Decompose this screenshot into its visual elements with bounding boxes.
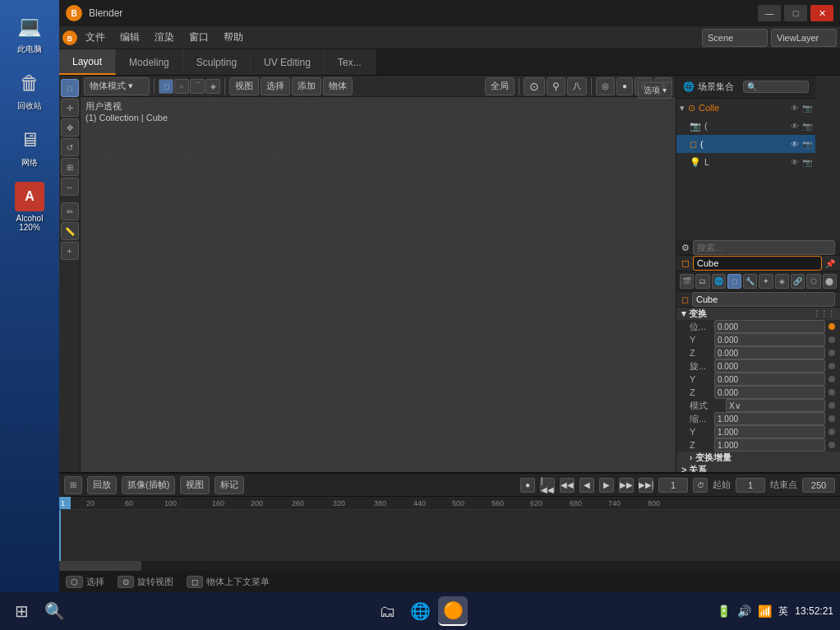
material-tab[interactable]: ⬤ [823, 274, 837, 289]
view-menu[interactable]: 视图 [229, 77, 259, 95]
taskbar-lang[interactable]: 英 [778, 605, 788, 618]
cube-render[interactable]: 📷 [802, 140, 812, 149]
scene-props-tab[interactable]: 🎬 [680, 274, 694, 289]
rot-x-input[interactable] [714, 359, 825, 373]
annotate-tool[interactable]: ✏ [61, 202, 79, 220]
rot-y-keyframe[interactable] [828, 376, 835, 382]
play-back[interactable]: ◀ [579, 478, 594, 493]
scale-x-input[interactable] [714, 412, 825, 425]
outliner-cube[interactable]: ◻ ( 👁 📷 [676, 135, 815, 153]
search-button[interactable]: 🔍 [39, 596, 69, 626]
snap-toggle[interactable]: ⚲ [547, 77, 565, 95]
mode-keyframe[interactable] [828, 402, 835, 409]
scene-vis-icon[interactable]: 👁 [791, 104, 799, 113]
cam-render[interactable]: 📷 [802, 122, 812, 131]
timeline-view-menu[interactable]: 视图 [180, 476, 210, 494]
next-frame[interactable]: ▶▶ [619, 478, 634, 493]
tab-uv-editing[interactable]: UV Editing [251, 49, 325, 75]
transform-tool[interactable]: ↔ [61, 178, 79, 196]
pos-y-keyframe[interactable] [828, 336, 835, 343]
outliner-scene-collection[interactable]: ▾ ⊙ Colle 👁 📷 [676, 99, 815, 117]
outliner-search[interactable] [743, 81, 809, 93]
rotate-tool[interactable]: ↺ [61, 138, 79, 156]
scale-tool[interactable]: ⊞ [61, 158, 79, 176]
move-tool[interactable]: ✥ [61, 118, 79, 137]
current-frame[interactable] [658, 478, 688, 493]
viewport-shading-solid[interactable]: ● [616, 77, 633, 95]
rot-y-input[interactable] [714, 373, 825, 386]
add-object-tool[interactable]: + [61, 242, 79, 260]
minimize-button[interactable]: — [758, 5, 781, 21]
scrollbar-thumb[interactable] [59, 561, 141, 571]
taskbar-files[interactable]: 🗂 [372, 596, 402, 626]
select-menu[interactable]: 选择 [261, 77, 290, 95]
select-tool[interactable]: ◻ [61, 79, 79, 97]
light-vis[interactable]: 👁 [791, 158, 799, 167]
tab-modeling[interactable]: Modeling [116, 49, 183, 75]
light-render[interactable]: 📷 [802, 158, 812, 167]
pos-x-keyframe[interactable] [828, 323, 835, 330]
proportional-edit[interactable]: ⊙ [524, 77, 545, 95]
tab-texture[interactable]: Tex... [325, 49, 376, 75]
renderlayer-tab[interactable]: 🗂 [695, 274, 709, 289]
desktop-icon-computer[interactable]: 💻 此电脑 [3, 8, 56, 58]
pos-z-keyframe[interactable] [828, 350, 835, 356]
scale-y-input[interactable] [714, 425, 825, 438]
menu-edit[interactable]: 编辑 [113, 28, 146, 47]
mode-selector[interactable]: 物体模式 ▾ [84, 77, 150, 95]
world-tab[interactable]: 🌐 [712, 274, 726, 289]
cursor-tool[interactable]: ✛ [61, 99, 79, 117]
outliner-camera[interactable]: 📷 ( 👁 📷 [676, 117, 815, 135]
keyframe-menu[interactable]: 抓像(插帧) [122, 476, 175, 494]
jump-start[interactable]: |◀◀ [540, 478, 555, 493]
options-toggle[interactable]: 八 [567, 77, 587, 95]
viewport-shading-wire[interactable]: ◎ [596, 77, 615, 95]
cam-vis[interactable]: 👁 [791, 122, 799, 131]
transform-section[interactable]: ▾ 变换 ⋮⋮⋮ [676, 308, 840, 320]
circle-select[interactable]: ○ [174, 79, 189, 94]
desktop-icon-network[interactable]: 🖥 网络 [3, 122, 56, 172]
viewport-3d[interactable]: 物体模式 ▾ ◻ ○ ⌒ ◈ 视图 选择 添加 物体 全局 ⊙ [81, 76, 676, 472]
modifier-tab[interactable]: 🔧 [743, 274, 757, 289]
object-name-input-1[interactable] [693, 256, 822, 271]
menu-render[interactable]: 渲染 [148, 28, 181, 47]
pos-y-input[interactable] [714, 333, 825, 346]
delta-section[interactable]: › 变换增量 [676, 452, 840, 464]
scale-x-keyframe[interactable] [828, 415, 835, 422]
measure-tool[interactable]: 📏 [61, 222, 79, 240]
menu-file[interactable]: 文件 [79, 28, 112, 47]
end-frame[interactable] [802, 478, 835, 493]
scene-render-icon[interactable]: 📷 [802, 104, 812, 113]
outliner-light[interactable]: 💡 L 👁 📷 [676, 153, 815, 171]
desktop-icon-recycle[interactable]: 🗑 回收站 [3, 65, 56, 115]
global-local[interactable]: 全局 [485, 77, 515, 95]
object-name-input-2[interactable] [692, 292, 835, 307]
pin-icon[interactable]: 📌 [825, 259, 835, 268]
maximize-button[interactable]: □ [784, 5, 807, 21]
start-button[interactable]: ⊞ [7, 596, 36, 626]
rot-z-input[interactable] [714, 386, 825, 399]
scale-z-keyframe[interactable] [828, 442, 835, 448]
lasso-select[interactable]: ⌒ [190, 79, 205, 94]
jump-end[interactable]: ▶▶| [639, 478, 653, 493]
marker-menu[interactable]: 标记 [215, 476, 244, 494]
data-tab[interactable]: ⬡ [806, 274, 820, 289]
keyframe-type[interactable]: ● [520, 478, 535, 493]
playback-menu[interactable]: 回放 [87, 476, 117, 494]
rot-mode-select[interactable]: X∨ [726, 399, 825, 412]
options-button[interactable]: 选项 ▾ [638, 82, 672, 99]
cube-vis[interactable]: 👁 [791, 140, 799, 149]
tab-sculpting[interactable]: Sculpting [183, 49, 251, 75]
play-forward[interactable]: ▶ [599, 478, 614, 493]
scene-selector[interactable]: Scene [702, 29, 768, 47]
rot-z-keyframe[interactable] [828, 389, 835, 396]
object-menu[interactable]: 物体 [323, 77, 353, 95]
timeline-scrollbar[interactable] [59, 561, 840, 571]
particles-tab[interactable]: ✦ [759, 274, 773, 289]
close-button[interactable]: ✕ [810, 5, 833, 21]
box-select[interactable]: ◻ [159, 79, 173, 94]
tab-layout[interactable]: Layout [59, 49, 116, 75]
paint-select[interactable]: ◈ [205, 79, 220, 94]
constraints-tab[interactable]: 🔗 [791, 274, 805, 289]
relations-section[interactable]: > 关系 [676, 464, 840, 472]
